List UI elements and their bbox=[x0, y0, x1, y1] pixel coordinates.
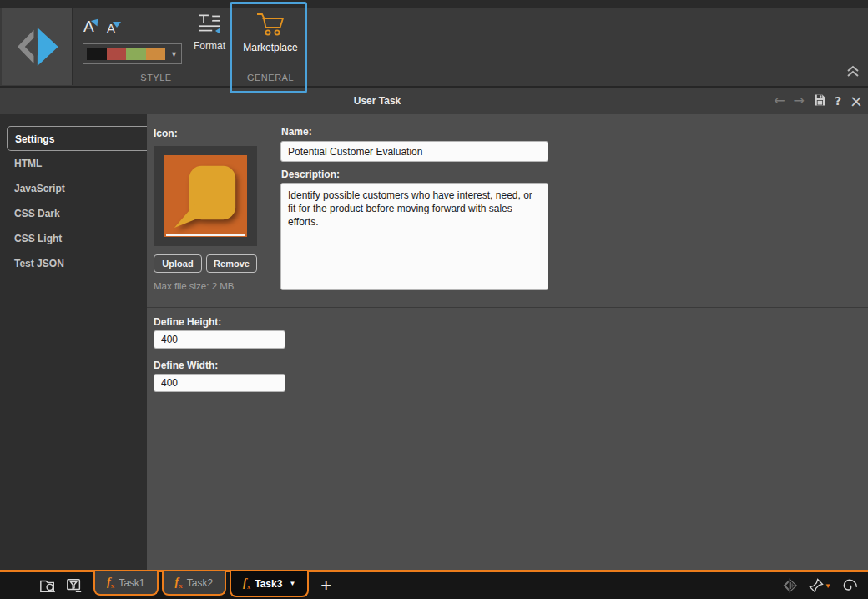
forward-button[interactable]: → bbox=[794, 94, 805, 108]
back-button[interactable]: ← bbox=[774, 94, 785, 108]
ribbon-toolbar: A A ▼ STYLE Format bbox=[0, 0, 868, 86]
palette-dropdown-icon: ▼ bbox=[170, 50, 178, 58]
general-group-label: GENERAL bbox=[235, 73, 306, 83]
font-decrease-arrow-icon bbox=[113, 22, 121, 28]
collapse-ribbon-button[interactable] bbox=[845, 63, 861, 81]
palette-swatch-red bbox=[107, 48, 127, 60]
search-documents-button[interactable] bbox=[38, 577, 57, 594]
filter-selection-button[interactable] bbox=[65, 577, 83, 594]
spiral-icon bbox=[841, 577, 858, 594]
pin-dropdown-icon[interactable]: ▼ bbox=[825, 582, 831, 590]
style-group-label: STYLE bbox=[78, 73, 235, 83]
sidebar-item-css-dark[interactable]: CSS Dark bbox=[0, 201, 147, 226]
name-field-label: Name: bbox=[281, 126, 312, 138]
marketplace-label: Marketplace bbox=[243, 42, 297, 53]
bottom-taskbar: fx Task1 fx Task2 fx Task3 ▼ + bbox=[0, 570, 868, 599]
color-palette-picker[interactable]: ▼ bbox=[83, 43, 182, 64]
upload-button[interactable]: Upload bbox=[154, 254, 202, 273]
fx-icon: fx bbox=[243, 576, 250, 591]
sidebar-item-test-json[interactable]: Test JSON bbox=[0, 251, 147, 276]
format-button[interactable]: Format bbox=[185, 12, 234, 52]
taskbar-right-tools: ▼ bbox=[781, 577, 858, 594]
menu-button[interactable] bbox=[10, 581, 27, 591]
section-divider bbox=[147, 307, 868, 308]
tab-task3-label: Task3 bbox=[255, 578, 282, 590]
logo-tool-button[interactable] bbox=[781, 578, 798, 593]
marketplace-cart-icon bbox=[255, 12, 285, 37]
application-window: A A ▼ STYLE Format bbox=[0, 0, 868, 599]
speech-bubble-icon bbox=[164, 155, 247, 238]
max-file-size-note: Max file size: 2 MB bbox=[154, 281, 235, 291]
pin-icon bbox=[808, 577, 825, 594]
palette-swatch-black bbox=[87, 48, 107, 60]
app-logo-small-icon bbox=[781, 578, 798, 593]
document-search-icon bbox=[38, 577, 57, 594]
format-icon bbox=[197, 12, 222, 35]
decrease-font-button[interactable]: A bbox=[107, 21, 115, 35]
sidebar-item-javascript[interactable]: JavaScript bbox=[0, 176, 147, 201]
height-field-label: Define Height: bbox=[154, 316, 221, 328]
settings-panel: Icon: Upload Remove Max file size: 2 MB … bbox=[147, 114, 868, 570]
fx-icon: fx bbox=[107, 576, 114, 590]
save-button[interactable] bbox=[813, 93, 826, 109]
tab-task1[interactable]: fx Task1 bbox=[93, 571, 159, 596]
app-logo[interactable] bbox=[2, 8, 73, 85]
description-field-label: Description: bbox=[281, 169, 340, 180]
add-task-button[interactable]: + bbox=[320, 576, 331, 595]
fx-icon: fx bbox=[175, 576, 183, 590]
palette-swatch-green bbox=[126, 48, 146, 60]
name-input[interactable] bbox=[280, 141, 548, 162]
icon-field-label: Icon: bbox=[154, 128, 178, 139]
increase-font-button[interactable]: A bbox=[83, 18, 94, 36]
spiral-tool-button[interactable] bbox=[841, 577, 858, 594]
palette-swatch-orange bbox=[146, 48, 166, 60]
task-icon-preview bbox=[154, 146, 257, 246]
chevron-up-double-icon bbox=[845, 63, 861, 78]
save-icon bbox=[813, 93, 826, 107]
app-logo-icon bbox=[11, 23, 63, 70]
remove-button[interactable]: Remove bbox=[206, 254, 257, 273]
sidebar-item-html[interactable]: HTML bbox=[0, 151, 147, 176]
sidebar-item-css-light[interactable]: CSS Light bbox=[0, 226, 147, 251]
titlebar-actions: ← → ? × bbox=[774, 88, 863, 114]
marketplace-button[interactable]: Marketplace bbox=[235, 12, 306, 53]
height-input[interactable] bbox=[154, 330, 285, 349]
description-textarea[interactable]: Identify possible customers who have int… bbox=[280, 183, 548, 290]
tab-dropdown-icon[interactable]: ▼ bbox=[289, 580, 295, 587]
pin-tool-button[interactable]: ▼ bbox=[808, 577, 831, 594]
settings-sidebar: Settings HTML JavaScript CSS Dark CSS Li… bbox=[0, 114, 147, 570]
page-title: User Task bbox=[0, 88, 754, 114]
tab-task1-label: Task1 bbox=[119, 577, 144, 589]
panel-titlebar: User Task ← → ? × bbox=[0, 86, 868, 114]
width-field-label: Define Width: bbox=[154, 360, 218, 371]
task-icon-image bbox=[164, 155, 247, 237]
tab-task3[interactable]: fx Task3 ▼ bbox=[230, 571, 309, 597]
width-input[interactable] bbox=[154, 374, 285, 392]
tab-task2-label: Task2 bbox=[187, 577, 213, 589]
filter-icon bbox=[65, 577, 83, 594]
format-label: Format bbox=[194, 40, 225, 52]
icon-shine-line bbox=[166, 234, 245, 236]
help-button[interactable]: ? bbox=[835, 95, 841, 107]
ribbon-top-strip bbox=[0, 0, 868, 8]
tab-task2[interactable]: fx Task2 bbox=[162, 571, 227, 596]
close-button[interactable]: × bbox=[850, 93, 863, 109]
sidebar-item-settings[interactable]: Settings bbox=[7, 126, 147, 151]
